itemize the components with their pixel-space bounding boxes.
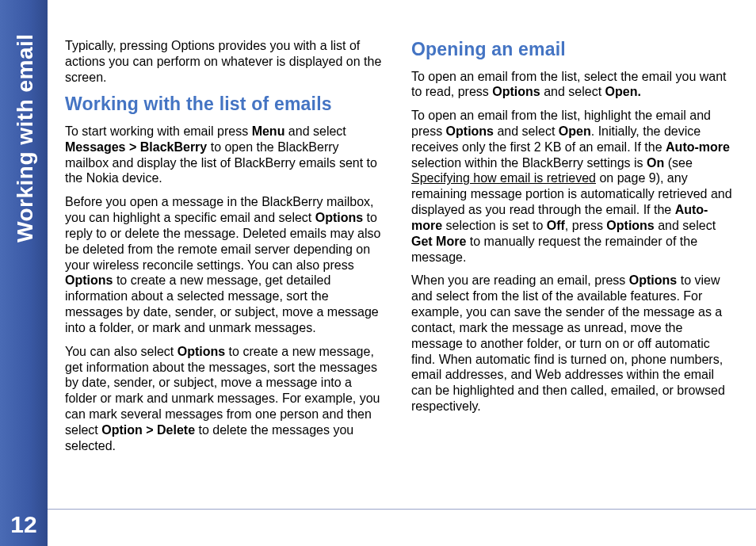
open-paragraph-2: To open an email from the list, highligh… xyxy=(411,108,732,265)
list-paragraph-3: You can also select Options to create a … xyxy=(65,344,386,454)
section-heading-list: Working with the list of emails xyxy=(65,93,386,116)
side-rail: Working with email 12 xyxy=(0,0,48,546)
list-paragraph-1: To start working with email press Menu a… xyxy=(65,124,386,186)
intro-paragraph: Typically, pressing Options provides you… xyxy=(65,38,386,85)
page-number: 12 xyxy=(0,511,48,538)
content-area: Typically, pressing Options provides you… xyxy=(65,38,732,462)
cross-reference-link[interactable]: Specifying how email is retrieved xyxy=(411,171,596,185)
right-column: Opening an email To open an email from t… xyxy=(411,38,732,462)
chapter-title: Working with email xyxy=(13,33,38,242)
section-heading-open: Opening an email xyxy=(411,38,732,61)
list-paragraph-2: Before you open a message in the BlackBe… xyxy=(65,194,386,335)
open-paragraph-3: When you are reading an email, press Opt… xyxy=(411,273,732,414)
footer-rule xyxy=(48,509,756,510)
left-column: Typically, pressing Options provides you… xyxy=(65,38,386,462)
open-paragraph-1: To open an email from the list, select t… xyxy=(411,69,732,101)
